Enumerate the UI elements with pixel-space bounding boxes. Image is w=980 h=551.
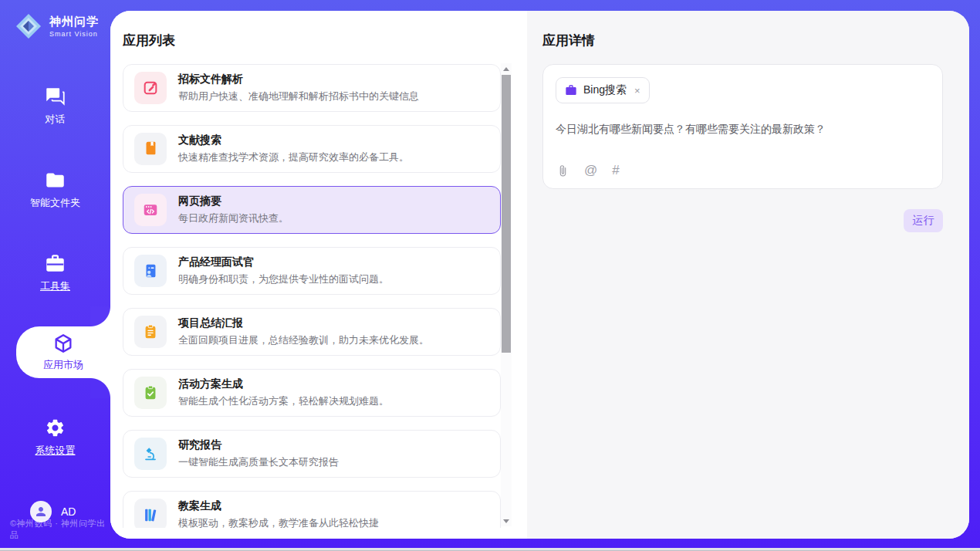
sidebar-item-label: 应用市场 <box>43 358 83 372</box>
chat-icon <box>45 86 66 107</box>
sidebar-item-app-market[interactable]: 应用市场 <box>16 326 110 378</box>
paperclip-icon[interactable] <box>556 164 569 177</box>
clipboard-icon <box>134 316 167 348</box>
cube-icon <box>52 333 74 354</box>
app-list-title: 应用列表 <box>123 32 175 49</box>
query-input[interactable]: 今日湖北有哪些新闻要点？有哪些需要关注的最新政策？ <box>556 123 930 137</box>
app-name: 项目总结汇报 <box>178 316 429 330</box>
list-item-web-summary[interactable]: 网页摘要 每日政府新闻资讯快查。 <box>123 186 501 234</box>
sidebar-item-label: 智能文件夹 <box>0 196 110 210</box>
app-desc: 明确身份和职责，为您提供专业性的面试问题。 <box>178 272 389 286</box>
app-desc: 智能生成个性化活动方案，轻松解决规划难题。 <box>178 394 389 408</box>
hashtag-icon[interactable]: # <box>612 163 619 178</box>
sidebar-item-label: 系统设置 <box>0 444 110 458</box>
list-scrollbar[interactable] <box>501 63 512 526</box>
person-doc-icon <box>134 255 167 287</box>
brand-diamond-icon <box>14 12 43 41</box>
toolbox-icon <box>45 253 66 274</box>
app-detail-panel: 应用详情 Bing搜索 × 今日湖北有哪些新闻要点？有哪些需要关注的最新政策？ … <box>527 11 969 539</box>
tool-tag-label: Bing搜索 <box>583 83 627 97</box>
tool-tag-bing-search[interactable]: Bing搜索 × <box>556 77 650 103</box>
brand-title: 神州问学 <box>49 15 99 29</box>
books-icon <box>134 499 167 528</box>
book-icon <box>134 133 167 165</box>
app-desc: 模板驱动，教案秒成，教学准备从此轻松快捷 <box>178 516 379 528</box>
app-name: 活动方案生成 <box>178 377 389 391</box>
tool-tag-close-icon[interactable]: × <box>634 85 640 96</box>
app-name: 产品经理面试官 <box>178 255 389 269</box>
app-name: 文献搜索 <box>178 134 409 147</box>
window-bottom-edge <box>0 548 980 551</box>
app-name: 招标文件解析 <box>178 73 419 86</box>
list-item-bid-doc-analysis[interactable]: 招标文件解析 帮助用户快速、准确地理解和解析招标书中的关键信息 <box>123 64 501 112</box>
app-desc: 快速精准查找学术资源，提高研究效率的必备工具。 <box>178 150 409 164</box>
list-item-lesson-plan[interactable]: 教案生成 模板驱动，教案秒成，教学准备从此轻松快捷 <box>123 491 501 528</box>
list-item-pm-interviewer[interactable]: 产品经理面试官 明确身份和职责，为您提供专业性的面试问题。 <box>123 247 501 295</box>
run-button[interactable]: 运行 <box>904 209 943 232</box>
list-item-project-summary[interactable]: 项目总结汇报 全面回顾项目进展，总结经验教训，助力未来优化发展。 <box>123 308 501 356</box>
microscope-icon <box>134 438 167 470</box>
briefcase-icon <box>565 84 577 96</box>
app-desc: 帮助用户快速、准确地理解和解析招标书中的关键信息 <box>178 90 419 103</box>
sidebar-item-chat[interactable]: 对话 <box>0 86 110 127</box>
brand-logo: 神州问学 Smart Vision <box>14 12 99 41</box>
doc-edit-icon <box>134 72 167 104</box>
list-item-event-plan[interactable]: 活动方案生成 智能生成个性化活动方案，轻松解决规划难题。 <box>123 369 501 417</box>
main-content: 应用列表 招标文件解析 帮助用户快速、准确地理解和解析招标书中的关键信息 <box>110 11 969 539</box>
mention-icon[interactable]: @ <box>584 163 597 178</box>
folder-icon <box>45 170 66 191</box>
app-name: 教案生成 <box>178 499 379 513</box>
list-item-literature-search[interactable]: 文献搜索 快速精准查找学术资源，提高研究效率的必备工具。 <box>123 125 501 173</box>
app-name: 研究报告 <box>178 438 339 452</box>
copyright-text: ©神州数码 · 神州问学出品 <box>10 518 110 541</box>
browser-code-icon <box>134 194 167 226</box>
gear-icon <box>45 417 66 438</box>
brand-subtitle: Smart Vision <box>49 30 99 38</box>
app-window: 神州问学 Smart Vision 对话 智能文件夹 工具集 <box>0 0 980 548</box>
user-name: AD <box>61 505 76 518</box>
clipboard-check-icon <box>134 377 167 409</box>
app-name: 网页摘要 <box>178 194 289 208</box>
sidebar-item-toolset[interactable]: 工具集 <box>0 253 110 293</box>
sidebar-item-label: 对话 <box>0 113 110 127</box>
app-detail-title: 应用详情 <box>542 32 595 49</box>
app-list-panel: 应用列表 招标文件解析 帮助用户快速、准确地理解和解析招标书中的关键信息 <box>110 11 527 539</box>
app-desc: 全面回顾项目进展，总结经验教训，助力未来优化发展。 <box>178 333 429 347</box>
prompt-card: Bing搜索 × 今日湖北有哪些新闻要点？有哪些需要关注的最新政策？ @ # <box>542 64 943 189</box>
scrollbar-up-arrow-icon[interactable] <box>501 63 512 74</box>
sidebar-item-settings[interactable]: 系统设置 <box>0 417 110 458</box>
app-desc: 一键智能生成高质量长文本研究报告 <box>178 455 339 469</box>
scrollbar-down-arrow-icon[interactable] <box>501 516 512 526</box>
scrollbar-thumb[interactable] <box>502 75 511 353</box>
attachment-toolbar: @ # <box>556 163 620 178</box>
sidebar-item-label: 工具集 <box>0 279 110 293</box>
app-desc: 每日政府新闻资讯快查。 <box>178 211 289 225</box>
app-list: 招标文件解析 帮助用户快速、准确地理解和解析招标书中的关键信息 文献搜索 快速精… <box>123 64 501 528</box>
person-icon <box>34 505 48 519</box>
list-item-research-report[interactable]: 研究报告 一键智能生成高质量长文本研究报告 <box>123 430 501 478</box>
sidebar-item-smart-folders[interactable]: 智能文件夹 <box>0 170 110 210</box>
sidebar: 神州问学 Smart Vision 对话 智能文件夹 工具集 <box>0 0 110 548</box>
